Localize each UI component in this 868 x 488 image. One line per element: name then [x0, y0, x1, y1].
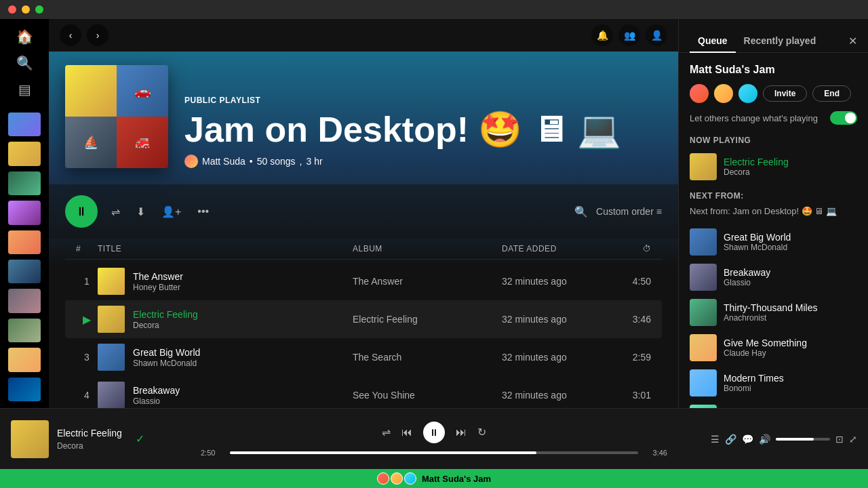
queue-info: Thirty-Thousand Miles Anachronist — [724, 302, 818, 323]
list-item[interactable]: Breakaway Glassio — [690, 260, 857, 295]
jam-bar-avatar-3 — [404, 472, 416, 485]
tab-recently-played[interactable]: Recently played — [736, 30, 825, 53]
nav-playlist-4[interactable] — [8, 201, 41, 224]
close-button[interactable] — [8, 5, 16, 14]
panel-close-button[interactable]: ✕ — [848, 35, 857, 47]
track-date: 32 minutes ago — [502, 276, 610, 287]
fullscreen-button[interactable]: ⤢ — [849, 434, 857, 445]
track-number: 4 — [76, 390, 98, 401]
now-playing-info: Electric Feeling Decora — [724, 157, 789, 177]
pause-button[interactable]: ⏸ — [65, 195, 98, 228]
table-row[interactable]: ▶ Electric Feeling Decora Electric Feeli… — [65, 300, 662, 338]
top-nav: ‹ › 🔔 👥 👤 — [49, 19, 678, 52]
custom-order-button[interactable]: Custom order ≡ — [596, 206, 662, 217]
previous-button[interactable]: ⏮ — [401, 426, 412, 439]
queue-art — [690, 334, 717, 361]
notifications-button[interactable]: 🔔 — [591, 24, 613, 46]
np-track-artist: Decora — [57, 441, 122, 451]
shuffle-button[interactable]: ⇌ — [108, 203, 123, 221]
queue-name: Modern Times — [724, 373, 784, 384]
profile-button[interactable]: 👤 — [646, 24, 667, 46]
track-album: See You Shine — [353, 390, 502, 401]
minimize-button[interactable] — [22, 5, 30, 14]
play-pause-button[interactable]: ⏸ — [423, 422, 445, 443]
nav-playlist-8[interactable] — [8, 319, 41, 342]
nav-playlist-6[interactable] — [8, 260, 41, 283]
nav-playlist-1[interactable] — [8, 113, 41, 136]
jam-bar[interactable]: Matt Suda's Jam — [0, 469, 868, 488]
nav-playlist-3[interactable] — [8, 171, 41, 195]
now-playing-artist: Decora — [724, 167, 789, 177]
invite-button[interactable]: Invite — [763, 85, 807, 102]
cover-q1 — [65, 65, 117, 117]
list-icon: ≡ — [656, 206, 662, 217]
nav-home[interactable]: 🏠 — [8, 24, 41, 48]
search-icon[interactable]: 🔍 — [574, 205, 588, 218]
repeat-button[interactable]: ↻ — [477, 426, 486, 439]
saved-icon[interactable]: ✓ — [136, 432, 144, 445]
track-info: Great Big World Shawn McDonald — [98, 344, 353, 371]
table-row[interactable]: 1 The Answer Honey Butter The Answer 32 … — [65, 262, 662, 300]
volume-button[interactable]: 🔊 — [759, 434, 770, 445]
left-nav: 🏠 🔍 ▤ — [0, 19, 49, 408]
nav-search[interactable]: 🔍 — [8, 51, 41, 75]
download-button[interactable]: ⬇ — [134, 203, 148, 221]
track-info: Electric Feeling Decora — [98, 306, 353, 333]
col-title: Title — [98, 244, 353, 253]
nav-playlist-9[interactable] — [8, 348, 41, 371]
end-button[interactable]: End — [812, 85, 851, 102]
playlist-area: 🚗 ⛵ 🚒 Public Playlist Jam on Desktop! 🤩 … — [49, 52, 678, 408]
table-row[interactable]: 3 Great Big World Shawn McDonald The Sea… — [65, 338, 662, 376]
playlist-cover: 🚗 ⛵ 🚒 — [65, 65, 168, 168]
table-row[interactable]: 4 Breakaway Glassio See You Shine 32 min… — [65, 376, 662, 408]
shuffle-player-button[interactable]: ⇌ — [382, 426, 391, 439]
now-playing-track[interactable]: Electric Feeling Decora — [690, 153, 857, 180]
jam-bar-avatar-1 — [377, 472, 389, 485]
maximize-button[interactable] — [35, 5, 43, 14]
track-name: Electric Feeling — [133, 308, 198, 321]
now-playing-track-info: Electric Feeling Decora — [57, 428, 122, 451]
nav-library[interactable]: ▤ — [8, 78, 41, 102]
playlist-header: 🚗 ⛵ 🚒 Public Playlist Jam on Desktop! 🤩 … — [49, 52, 678, 184]
now-playing-left: Electric Feeling Decora ✓ — [11, 420, 201, 458]
nav-playlist-2[interactable] — [8, 142, 41, 165]
jam-bar-text: Matt Suda's Jam — [422, 474, 491, 484]
tab-queue[interactable]: Queue — [690, 30, 736, 53]
users-button[interactable]: 👥 — [618, 24, 640, 46]
next-button[interactable]: ⏭ — [456, 426, 467, 439]
queue-art — [690, 369, 717, 396]
jam-toggle[interactable] — [830, 111, 857, 125]
list-item[interactable]: Modern Times Bonomi — [690, 365, 857, 401]
list-item[interactable]: Sunshine Tigerweather — [690, 401, 857, 408]
queue-artist: Anachronist — [724, 313, 818, 323]
nav-arrows: ‹ › — [60, 24, 108, 46]
now-playing-section: Now playing Electric Feeling Decora — [690, 136, 857, 180]
lyrics-button[interactable]: 💬 — [742, 434, 753, 445]
list-item[interactable]: Give Me Something Claude Hay — [690, 330, 857, 365]
track-list: # Title Album Date added ⏱ 1 The Answer … — [49, 239, 678, 408]
add-users-button[interactable]: 👤+ — [159, 203, 184, 221]
nav-playlist-7[interactable] — [8, 289, 41, 312]
nav-playlist-5[interactable] — [8, 230, 41, 254]
queue-info: Give Me Something Claude Hay — [724, 338, 807, 358]
back-button[interactable]: ‹ — [60, 24, 81, 46]
jam-avatar-3 — [738, 84, 757, 103]
nav-playlist-10[interactable] — [8, 378, 41, 401]
volume-bar[interactable] — [776, 438, 830, 441]
song-count: 50 songs — [257, 156, 296, 167]
track-info: Breakaway Glassio — [98, 382, 353, 408]
track-name: The Answer — [133, 270, 183, 283]
more-button[interactable]: ••• — [195, 203, 212, 220]
list-item[interactable]: Thirty-Thousand Miles Anachronist — [690, 295, 857, 330]
progress-bar[interactable] — [230, 451, 638, 454]
devices-button[interactable]: 🔗 — [725, 434, 736, 445]
list-item[interactable]: Great Big World Shawn McDonald — [690, 224, 857, 260]
mini-player-button[interactable]: ⊡ — [835, 434, 844, 445]
forward-button[interactable]: › — [87, 24, 108, 46]
track-name: Great Big World — [133, 346, 200, 359]
queue-button[interactable]: ☰ — [711, 434, 719, 445]
playlist-info: Public Playlist Jam on Desktop! 🤩 🖥 💻 Ma… — [184, 96, 662, 168]
app-container: 🏠 🔍 ▤ ‹ › 🔔 👥 👤 — [0, 19, 868, 408]
track-art — [98, 306, 125, 333]
controls-right: 🔍 Custom order ≡ — [574, 205, 662, 218]
